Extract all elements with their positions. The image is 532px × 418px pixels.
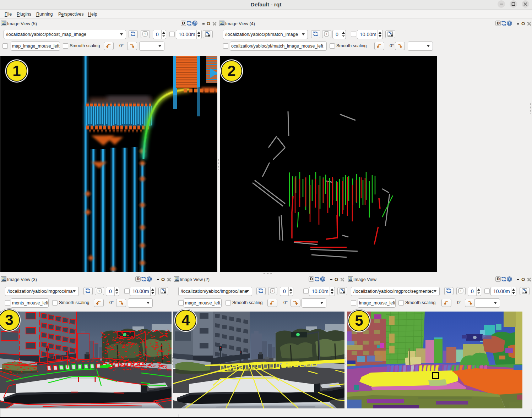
svg-text:?: ?: [148, 277, 150, 281]
svg-text:1: 1: [460, 289, 462, 293]
svg-text:1: 1: [326, 32, 327, 36]
svg-text:1: 1: [272, 289, 273, 293]
svg-text:?: ?: [322, 277, 324, 281]
svg-text:?: ?: [509, 277, 510, 281]
svg-text:?: ?: [509, 22, 510, 25]
svg-text:?: ?: [194, 22, 196, 25]
svg-text:1: 1: [98, 289, 100, 293]
svg-text:1: 1: [144, 32, 146, 36]
